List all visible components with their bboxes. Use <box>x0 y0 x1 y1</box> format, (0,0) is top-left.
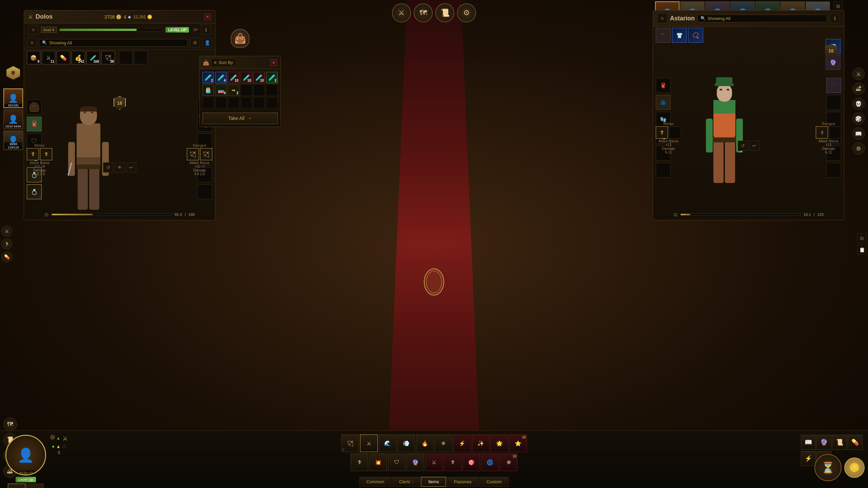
right-panel-sort-icon[interactable]: ≡ <box>657 13 667 23</box>
loot-item-3[interactable]: 🧪 10 <box>241 72 252 83</box>
tab-cleric[interactable]: Cleric ! <box>392 477 420 487</box>
ware-slot-0[interactable]: 📦 9 <box>27 51 40 64</box>
right-helmet-slot[interactable]: ⛑ <box>656 28 671 43</box>
action-slot-9[interactable]: 🌟 <box>491 434 508 452</box>
action-slot-3[interactable]: 🌊 <box>379 434 396 452</box>
map-icon-btn[interactable]: 🗺 <box>3 418 17 431</box>
level-up-bottom-label[interactable]: Level Up <box>16 477 36 482</box>
loot-item-6[interactable]: 🫙 <box>202 84 214 96</box>
action-slot-14[interactable]: 🔮 <box>407 453 424 471</box>
nav-journal-icon[interactable]: 📜 <box>435 3 454 22</box>
loot-item-4[interactable]: 🧪 10 <box>253 72 265 83</box>
nav-map-icon[interactable]: 🗺 <box>414 3 433 22</box>
loot-close-button[interactable]: ✕ <box>270 59 277 66</box>
sb-4[interactable]: 💊 <box>848 435 863 450</box>
loot-item-5[interactable]: 🧪 2 <box>266 72 278 83</box>
tab-common[interactable]: Common <box>359 477 391 487</box>
action-slot-18[interactable]: 🌀 <box>481 453 499 471</box>
action-slot-15[interactable]: ⚔ <box>425 453 443 471</box>
ranged-slot-2[interactable]: 🏹 <box>200 148 212 160</box>
action-slot-11[interactable]: 🗡 <box>351 453 368 471</box>
astar-special-slot[interactable]: 🔮 <box>826 55 841 70</box>
maximize-button[interactable]: ⊞ <box>833 1 843 11</box>
take-all-button[interactable]: Take All → <box>202 113 278 124</box>
sidebar-icon-4[interactable]: 🎲 <box>852 113 865 125</box>
right-amulet-slot[interactable]: 📿 <box>688 28 703 43</box>
right-equip-empty5[interactable] <box>826 163 841 178</box>
action-slot-4[interactable]: 💨 <box>397 434 415 452</box>
far-right-btn-2[interactable]: 📋 <box>857 245 867 255</box>
astarion-melee-slot-1[interactable]: 🗡 <box>656 126 668 139</box>
right-ring2-slot[interactable] <box>656 163 671 178</box>
undo-icon[interactable]: ↩ <box>126 162 136 172</box>
sb-3[interactable]: 📜 <box>832 435 847 450</box>
right-chest-slot[interactable]: 🧥 <box>656 95 671 110</box>
hourglass-button[interactable]: ⏳ <box>814 454 842 481</box>
quick-slot-1[interactable] <box>119 51 133 64</box>
astarion-ranged-slot-1[interactable]: 🗡 <box>816 126 828 139</box>
action-slot-7[interactable]: ⚡ <box>453 434 471 452</box>
ring2-slot[interactable]: 💍 <box>27 184 42 199</box>
ware-slot-5[interactable]: 🏹 38 <box>101 51 115 64</box>
sb-1[interactable]: 📖 <box>801 435 816 450</box>
search-box[interactable]: 🔍 Showing All <box>39 39 188 47</box>
profile-icon[interactable]: 👤 <box>202 38 212 48</box>
melee-slot-2[interactable]: 🗡 <box>40 148 52 160</box>
sidebar-icon-6[interactable]: ⚙ <box>852 142 865 155</box>
loot-item-8[interactable]: ➡ 2 <box>228 84 239 96</box>
action-slot-12[interactable]: 💥 <box>369 453 387 471</box>
right-offhand-slot[interactable]: 🛡 <box>826 78 841 93</box>
quick-equip-1[interactable]: 🏹 <box>8 484 25 488</box>
ranged-slot-1[interactable]: 🏹 <box>187 148 199 160</box>
nav-combat-icon[interactable]: ⚔ <box>392 3 411 22</box>
sidebar-icon-5[interactable]: 📖 <box>852 127 865 140</box>
astarion-melee-slot-2[interactable] <box>669 126 681 139</box>
sidebar-icon-2[interactable]: 🏕 <box>852 83 865 95</box>
right-equip-empty1[interactable] <box>826 95 841 110</box>
settings-icon[interactable]: ⚙ <box>190 38 200 48</box>
right-search-box[interactable]: 🔍 Showing All <box>697 15 827 22</box>
left-panel-close-button[interactable]: ✕ <box>204 14 211 20</box>
quick-equip-2[interactable]: ⚔ <box>26 484 44 488</box>
info-icon[interactable]: ℹ <box>201 25 211 35</box>
sidebar-icon-3[interactable]: 💀 <box>852 98 865 110</box>
equip-slot-empty4[interactable] <box>197 184 212 199</box>
loot-item-2[interactable]: 🧪 10 <box>228 72 239 83</box>
nav-settings-icon[interactable]: ⚙ <box>457 3 476 22</box>
astarion-rotate-icon[interactable]: ↺ <box>738 141 748 151</box>
ware-slot-1[interactable]: ⚔ 11 <box>42 51 55 64</box>
astarion-undo-icon[interactable]: ↩ <box>749 141 760 151</box>
far-left-btn-1[interactable]: ⚔ <box>1 226 12 237</box>
loot-item-7[interactable]: 🧫 4 <box>215 84 227 96</box>
action-slot-8[interactable]: ✨ <box>472 434 490 452</box>
far-left-btn-2[interactable]: 🏃 <box>1 239 12 249</box>
ware-slot-3[interactable]: 💰 242 <box>72 51 85 64</box>
ware-slot-4[interactable]: 🧪 168 <box>86 51 100 64</box>
right-cape-slot[interactable]: 🧣 <box>656 78 671 93</box>
helmet-slot[interactable]: ⛑ <box>27 100 42 115</box>
cloak-slot[interactable]: 🧣 <box>27 117 42 131</box>
far-right-btn-1[interactable]: ⊞ <box>857 233 867 243</box>
action-slot-2[interactable]: ⚔ <box>360 434 378 452</box>
action-slot-1[interactable]: 🏹X <box>341 434 359 452</box>
sidebar-icon-1[interactable]: ⚔ <box>852 68 865 80</box>
sort-by-button[interactable]: ≡ Sort By <box>211 58 236 67</box>
right-info-icon[interactable]: ℹ <box>830 13 840 23</box>
rotate-icon[interactable]: ↺ <box>103 162 113 172</box>
level-up-badge[interactable]: LEVEL UP <box>165 27 189 33</box>
sb-5[interactable]: ⚡ <box>801 451 816 466</box>
action-slot-19[interactable]: ❋10 <box>500 453 517 471</box>
action-slot-16[interactable]: 🗡 <box>444 453 461 471</box>
action-slot-6[interactable]: ❄ <box>435 434 452 452</box>
ware-slot-2[interactable]: 💊 <box>57 51 70 64</box>
side-portrait-1[interactable]: 👤 181/181 <box>3 88 23 108</box>
loot-item-0[interactable]: 🧪 2 <box>202 72 214 83</box>
tab-items[interactable]: Items <box>421 477 446 487</box>
astarion-ranged-slot-2[interactable] <box>829 126 841 139</box>
far-left-btn-3[interactable]: 💊 <box>1 251 12 262</box>
action-slot-10[interactable]: ⭐10 <box>509 434 527 452</box>
tab-passives[interactable]: Passives <box>447 477 479 487</box>
filter-icon-btn[interactable]: ≡ <box>27 38 37 48</box>
right-armor-slot[interactable]: 👕 <box>672 28 687 43</box>
quick-slot-2[interactable] <box>134 51 147 64</box>
